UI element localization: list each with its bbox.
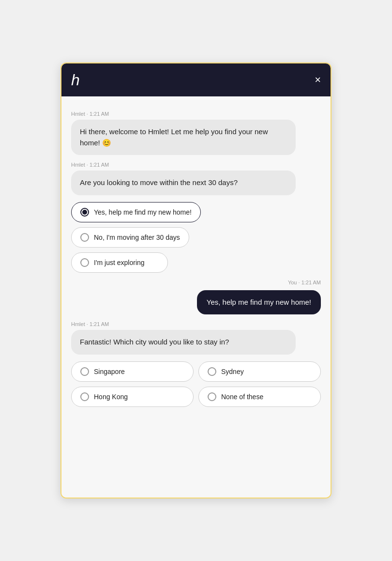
option-yes-label: Yes, help me find my new home! (94, 208, 192, 216)
bot-meta-1: Hmlet · 1:21 AM (71, 111, 321, 117)
user-message-wrap: Yes, help me find my new home! (71, 290, 321, 315)
option-none-label: None of these (221, 393, 263, 401)
radio-circle-city4 (208, 392, 216, 401)
option-sydney-label: Sydney (221, 368, 244, 375)
bot-bubble-2: Are you looking to move within the next … (71, 171, 296, 195)
option-hong-kong[interactable]: Hong Kong (71, 387, 194, 407)
bot-bubble-1: Hi there, welcome to Hmlet! Let me help … (71, 120, 296, 155)
move-timing-options: Yes, help me find my new home! No, I'm m… (71, 202, 321, 273)
radio-circle-3 (80, 258, 89, 267)
option-30days-label: No, I'm moving after 30 days (94, 234, 180, 241)
chat-widget: h × Hmlet · 1:21 AM Hi there, welcome to… (60, 62, 332, 499)
chat-body: Hmlet · 1:21 AM Hi there, welcome to Hml… (61, 96, 331, 498)
radio-circle-city1 (80, 367, 89, 376)
bot-bubble-3: Fantastic! Which city would you like to … (71, 330, 296, 355)
radio-circle-city3 (80, 392, 89, 401)
option-singapore-label: Singapore (94, 368, 125, 375)
option-just-exploring[interactable]: I'm just exploring (71, 252, 168, 273)
user-meta-1: You · 1:21 AM (71, 280, 321, 285)
radio-circle-1 (80, 208, 89, 217)
option-yes-new-home[interactable]: Yes, help me find my new home! (71, 202, 201, 222)
option-after-30-days[interactable]: No, I'm moving after 30 days (71, 227, 189, 248)
radio-circle-2 (80, 233, 89, 242)
close-button[interactable]: × (315, 75, 321, 85)
option-explore-label: I'm just exploring (94, 259, 145, 266)
user-bubble-1: Yes, help me find my new home! (197, 290, 321, 315)
logo: h (71, 72, 80, 88)
option-singapore[interactable]: Singapore (71, 361, 194, 382)
city-options: Singapore Sydney Hong Kong None of these (71, 361, 321, 407)
chat-header: h × (61, 63, 331, 96)
option-sydney[interactable]: Sydney (198, 361, 321, 382)
bot-meta-2: Hmlet · 1:21 AM (71, 162, 321, 168)
bot-meta-3: Hmlet · 1:21 AM (71, 321, 321, 327)
radio-circle-city2 (208, 367, 216, 376)
option-none-of-these[interactable]: None of these (198, 387, 321, 407)
option-hong-kong-label: Hong Kong (94, 393, 128, 401)
